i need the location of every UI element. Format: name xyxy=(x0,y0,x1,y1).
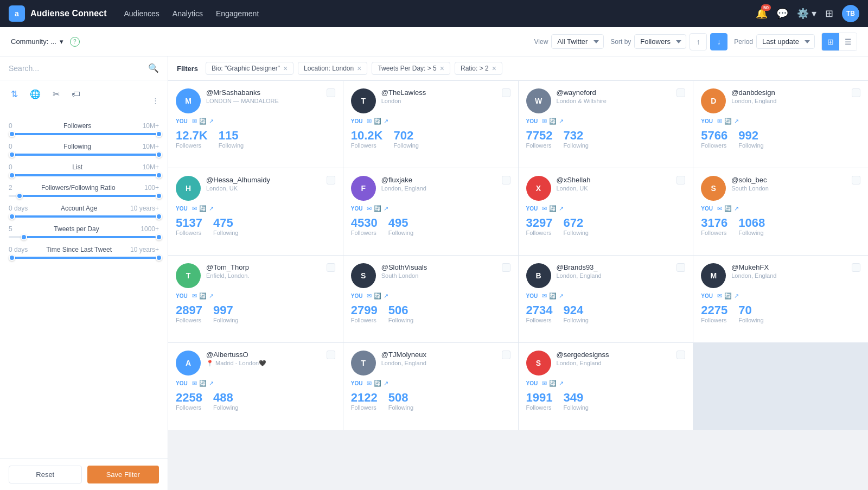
filter-tag-close-icon[interactable]: × xyxy=(440,65,444,72)
retweet-icon[interactable]: 🔄 xyxy=(199,118,207,125)
retweet-icon[interactable]: 🔄 xyxy=(199,380,207,387)
tweet-icon[interactable]: ✉ xyxy=(542,380,547,387)
filter-tag-close-icon[interactable]: × xyxy=(357,65,361,72)
card-username[interactable]: @fluxjake xyxy=(381,176,496,184)
card-checkbox[interactable] xyxy=(852,176,860,184)
card-checkbox[interactable] xyxy=(852,88,860,97)
slider-thumb-left[interactable] xyxy=(9,213,15,220)
retweet-icon[interactable]: 🔄 xyxy=(724,118,732,125)
slider-thumb-left[interactable] xyxy=(16,193,23,199)
list-view-button[interactable]: ☰ xyxy=(839,33,857,50)
card-username[interactable]: @SlothVisuals xyxy=(381,263,496,271)
retweet-icon[interactable]: 🔄 xyxy=(549,118,557,125)
slider-thumb-right[interactable] xyxy=(156,254,162,261)
view-select[interactable]: All Twitter xyxy=(551,34,604,49)
retweet-icon[interactable]: 🔄 xyxy=(549,205,557,212)
share-icon[interactable]: ↗ xyxy=(384,292,388,300)
slider-thumb-left[interactable] xyxy=(9,172,15,179)
card-username[interactable]: @danbdesign xyxy=(731,88,846,97)
card-checkbox[interactable] xyxy=(676,351,685,359)
card-username[interactable]: @MukehFX xyxy=(731,263,846,271)
options-icon[interactable]: ⋮ xyxy=(152,97,159,105)
card-checkbox[interactable] xyxy=(676,176,685,184)
tweet-icon[interactable]: ✉ xyxy=(542,292,547,300)
reset-button[interactable]: Reset xyxy=(9,466,82,483)
tweet-icon[interactable]: ✉ xyxy=(367,118,372,125)
grid-view-button[interactable]: ⊞ xyxy=(822,33,839,50)
period-select[interactable]: Last update xyxy=(756,34,815,49)
community-selector[interactable]: Community: ... ▾ xyxy=(11,37,63,46)
retweet-icon[interactable]: 🔄 xyxy=(199,292,207,300)
card-username[interactable]: @AlbertussO xyxy=(206,351,321,359)
tweet-icon[interactable]: ✉ xyxy=(717,292,722,300)
search-input[interactable] xyxy=(9,64,144,73)
tweet-icon[interactable]: ✉ xyxy=(192,380,197,387)
card-username[interactable]: @xShellah xyxy=(557,176,672,184)
retweet-icon[interactable]: 🔄 xyxy=(374,380,381,387)
card-checkbox[interactable] xyxy=(327,263,335,272)
tweet-icon[interactable]: ✉ xyxy=(367,380,372,387)
slider-thumb-left[interactable] xyxy=(21,234,27,240)
community-help-icon[interactable]: ? xyxy=(70,37,80,47)
card-username[interactable]: @Hessa_Alhumaidy xyxy=(206,176,321,184)
card-checkbox[interactable] xyxy=(327,88,335,97)
slider-thumb-right[interactable] xyxy=(156,172,162,179)
sort-asc-button[interactable]: ↑ xyxy=(690,33,707,50)
share-icon[interactable]: ↗ xyxy=(209,118,214,125)
sliders-icon[interactable]: ⇅ xyxy=(9,87,20,101)
share-icon[interactable]: ↗ xyxy=(209,292,214,300)
save-filter-button[interactable]: Save Filter xyxy=(87,466,159,483)
card-checkbox[interactable] xyxy=(676,88,685,97)
slider-thumb-left[interactable] xyxy=(9,131,15,137)
share-icon[interactable]: ↗ xyxy=(559,205,564,212)
retweet-icon[interactable]: 🔄 xyxy=(549,292,557,300)
slider-thumb-right[interactable] xyxy=(156,213,162,220)
filter-tag-close-icon[interactable]: × xyxy=(492,65,496,72)
share-icon[interactable]: ↗ xyxy=(559,292,564,300)
card-checkbox[interactable] xyxy=(502,263,510,272)
user-avatar[interactable]: TB xyxy=(842,5,859,22)
filter-tag-close-icon[interactable]: × xyxy=(283,65,288,72)
card-checkbox[interactable] xyxy=(327,351,335,359)
card-checkbox[interactable] xyxy=(502,88,510,97)
slider-thumb-left[interactable] xyxy=(9,151,15,158)
tweet-icon[interactable]: ✉ xyxy=(717,205,722,212)
share-icon[interactable]: ↗ xyxy=(734,292,739,300)
search-icon[interactable]: 🔍 xyxy=(148,63,159,73)
share-icon[interactable]: ↗ xyxy=(384,380,388,387)
tweet-icon[interactable]: ✉ xyxy=(192,292,197,300)
tweet-icon[interactable]: ✉ xyxy=(542,205,547,212)
retweet-icon[interactable]: 🔄 xyxy=(374,205,381,212)
share-icon[interactable]: ↗ xyxy=(734,118,739,125)
slider-thumb-right[interactable] xyxy=(156,131,162,137)
sort-desc-button[interactable]: ↓ xyxy=(710,33,727,50)
nav-analytics[interactable]: Analytics xyxy=(173,9,203,18)
share-icon[interactable]: ↗ xyxy=(559,380,564,387)
card-username[interactable]: @sergedesignss xyxy=(557,351,672,359)
card-username[interactable]: @Brands93_ xyxy=(557,263,672,271)
card-username[interactable]: @TJMolyneux xyxy=(381,351,496,359)
retweet-icon[interactable]: 🔄 xyxy=(724,205,732,212)
nav-audiences[interactable]: Audiences xyxy=(124,9,159,18)
retweet-icon[interactable]: 🔄 xyxy=(549,380,557,387)
slider-thumb-right[interactable] xyxy=(156,234,162,240)
share-icon[interactable]: ↗ xyxy=(209,380,214,387)
notifications-icon[interactable]: 🔔 50 xyxy=(756,8,768,20)
tweet-icon[interactable]: ✉ xyxy=(367,292,372,300)
slider-thumb-right[interactable] xyxy=(156,151,162,158)
share-icon[interactable]: ↗ xyxy=(384,118,388,125)
card-username[interactable]: @Tom_Thorp xyxy=(206,263,321,271)
card-username[interactable]: @wayneford xyxy=(557,88,672,97)
card-checkbox[interactable] xyxy=(852,263,860,272)
share-icon[interactable]: ↗ xyxy=(559,118,564,125)
retweet-icon[interactable]: 🔄 xyxy=(724,292,732,300)
card-checkbox[interactable] xyxy=(327,176,335,184)
tweet-icon[interactable]: ✉ xyxy=(717,118,722,125)
slider-thumb-left[interactable] xyxy=(9,254,15,261)
tweet-icon[interactable]: ✉ xyxy=(192,205,197,212)
card-checkbox[interactable] xyxy=(502,176,510,184)
sort-select[interactable]: Followers xyxy=(634,34,686,49)
messages-icon[interactable]: 💬 xyxy=(776,8,788,20)
card-checkbox[interactable] xyxy=(502,351,510,359)
globe-icon[interactable]: 🌐 xyxy=(28,87,43,101)
